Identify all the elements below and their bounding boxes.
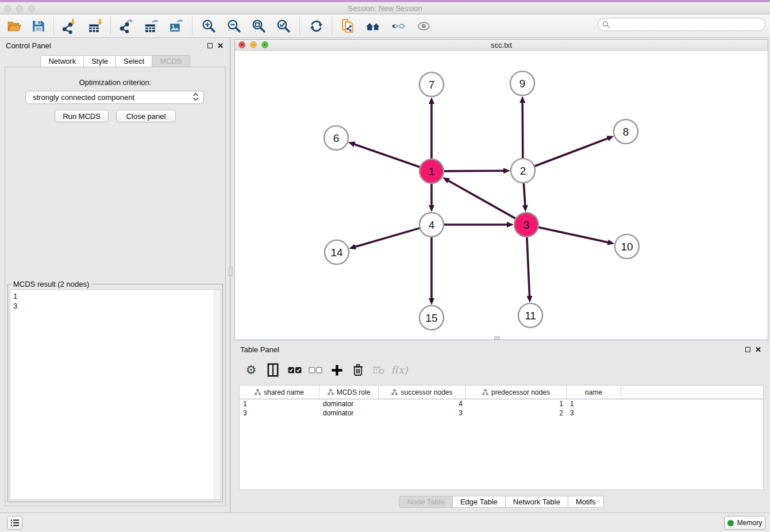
apply-preferred-layout-icon[interactable] <box>307 17 325 35</box>
graph-node-10[interactable]: 10 <box>615 234 639 259</box>
memory-button[interactable]: Memory <box>724 516 765 530</box>
show-graphics-details-icon[interactable] <box>414 17 433 35</box>
task-history-button[interactable] <box>7 516 22 530</box>
graphics-details-icon[interactable] <box>389 17 407 35</box>
svg-text:8: 8 <box>623 126 629 138</box>
graph-edge-2-9[interactable] <box>522 102 523 159</box>
function-builder-icon: f(x) <box>390 360 409 380</box>
table-cell: 3 <box>240 408 319 418</box>
column-header-label: successor nodes <box>401 388 452 396</box>
result-scrollbar[interactable] <box>214 290 220 499</box>
graph-node-4[interactable]: 4 <box>419 213 444 237</box>
mcds-result-box[interactable]: 13 <box>10 290 221 500</box>
float-table-panel-icon[interactable] <box>745 347 750 352</box>
criterion-dropdown-value: strongly connected component <box>33 93 134 102</box>
mcds-result-group: MCDS result (2 nodes) 13 <box>7 284 223 502</box>
control-panel-tabs: NetworkStyleSelectMCDS <box>0 55 230 67</box>
show-column-panel-icon[interactable] <box>263 360 283 380</box>
graph-node-11[interactable]: 11 <box>518 303 542 327</box>
svg-text:2: 2 <box>520 165 526 177</box>
criterion-dropdown[interactable]: strongly connected component <box>25 91 204 104</box>
zoom-fit-icon[interactable] <box>249 17 268 35</box>
graph-node-2[interactable]: 2 <box>511 159 535 183</box>
memory-label: Memory <box>737 519 762 527</box>
search-box[interactable] <box>598 18 765 31</box>
table-cell: 4 <box>379 399 466 408</box>
node-table[interactable]: shared nameMCDS rolesuccessor nodesprede… <box>239 385 764 490</box>
float-panel-icon[interactable] <box>207 43 213 48</box>
graph-edge-3-10[interactable] <box>538 227 609 242</box>
save-session-icon[interactable] <box>29 17 47 35</box>
tab-select[interactable]: Select <box>116 55 152 67</box>
network-canvas[interactable]: 7968124314101511 <box>236 51 768 340</box>
open-file-icon[interactable] <box>5 17 23 35</box>
graph-edge-1-6[interactable] <box>353 144 420 168</box>
zoom-in-icon[interactable] <box>199 17 218 35</box>
search-input[interactable] <box>612 19 765 30</box>
table-tabs: Node TableEdge TableNetwork TableMotifs <box>234 496 768 508</box>
export-image-icon[interactable] <box>167 17 185 35</box>
graph-edge-2-8[interactable] <box>534 138 609 166</box>
control-panel-title: Control Panel <box>6 41 51 50</box>
graph-edge-3-1[interactable] <box>448 180 516 219</box>
graph-node-8[interactable]: 8 <box>614 119 638 144</box>
graph-edge-3-11[interactable] <box>527 237 530 297</box>
tab-network-table[interactable]: Network Table <box>505 496 568 508</box>
graph-edge-2-3[interactable] <box>523 183 525 206</box>
import-table-icon[interactable] <box>86 17 104 35</box>
table-cell: 1 <box>466 399 567 408</box>
delete-columns-icon[interactable] <box>348 360 368 380</box>
column-header-predecessor-nodes[interactable]: predecessor nodes <box>466 385 567 399</box>
tab-edge-table[interactable]: Edge Table <box>452 496 506 508</box>
graph-edge-1-2[interactable] <box>444 171 505 171</box>
column-header-label: shared name <box>264 388 304 396</box>
run-mcds-button[interactable]: Run MCDS <box>55 110 109 122</box>
create-column-icon[interactable] <box>327 360 346 380</box>
horizontal-divider-grip[interactable] <box>494 336 500 340</box>
vertical-divider-grip[interactable] <box>229 267 233 276</box>
tab-network[interactable]: Network <box>40 55 84 67</box>
graph-node-6[interactable]: 6 <box>324 126 348 150</box>
export-table-icon[interactable] <box>142 17 160 35</box>
attribute-tree-icon <box>255 389 261 395</box>
table-cell: 2 <box>466 408 567 418</box>
table-cell: 3 <box>379 408 466 418</box>
status-bar: Memory <box>0 512 770 532</box>
attribute-tree-icon <box>328 389 334 395</box>
column-header-successor-nodes[interactable]: successor nodes <box>379 385 466 399</box>
column-header-mcds-role[interactable]: MCDS role <box>319 385 379 399</box>
graph-edge-4-14[interactable] <box>355 228 420 247</box>
graph-node-3[interactable]: 3 <box>514 213 538 237</box>
tab-motifs[interactable]: Motifs <box>568 496 604 508</box>
close-panel-icon[interactable]: ✕ <box>217 43 224 48</box>
export-network-icon[interactable] <box>117 17 135 35</box>
tab-node-table[interactable]: Node Table <box>399 496 453 508</box>
tab-mcds[interactable]: MCDS <box>152 55 190 67</box>
column-header-shared-name[interactable]: shared name <box>240 385 319 399</box>
new-network-from-selection-icon[interactable] <box>338 17 357 35</box>
tab-style[interactable]: Style <box>83 55 116 67</box>
select-all-icon[interactable] <box>285 360 305 380</box>
first-neighbors-icon[interactable] <box>364 17 382 35</box>
zoom-selected-icon[interactable] <box>274 17 292 35</box>
graph-node-9[interactable]: 9 <box>510 71 534 95</box>
svg-text:1: 1 <box>429 165 435 178</box>
deselect-all-icon[interactable] <box>306 360 325 380</box>
close-table-panel-icon[interactable]: ✕ <box>755 347 761 352</box>
table-row[interactable]: 3dominator323 <box>240 408 763 418</box>
network-window-titlebar: ✕ − + scc.txt <box>235 40 768 51</box>
column-settings-icon[interactable]: ⚙ <box>241 360 261 380</box>
mcds-result-title: MCDS result (2 nodes) <box>11 280 91 288</box>
graph-node-7[interactable]: 7 <box>419 72 444 97</box>
zoom-out-icon[interactable] <box>225 17 243 35</box>
column-header-name[interactable]: name <box>567 385 621 399</box>
graph-node-1[interactable]: 1 <box>419 159 444 183</box>
network-view-title: scc.txt <box>235 40 768 51</box>
attribute-tree-icon <box>391 389 398 395</box>
mcds-result-line: 1 <box>10 291 220 301</box>
graph-node-15[interactable]: 15 <box>419 306 444 330</box>
graph-node-14[interactable]: 14 <box>325 240 349 264</box>
table-row[interactable]: 1dominator411 <box>240 399 763 408</box>
close-panel-button[interactable]: Close panel <box>116 110 176 122</box>
import-network-icon[interactable] <box>59 17 78 35</box>
